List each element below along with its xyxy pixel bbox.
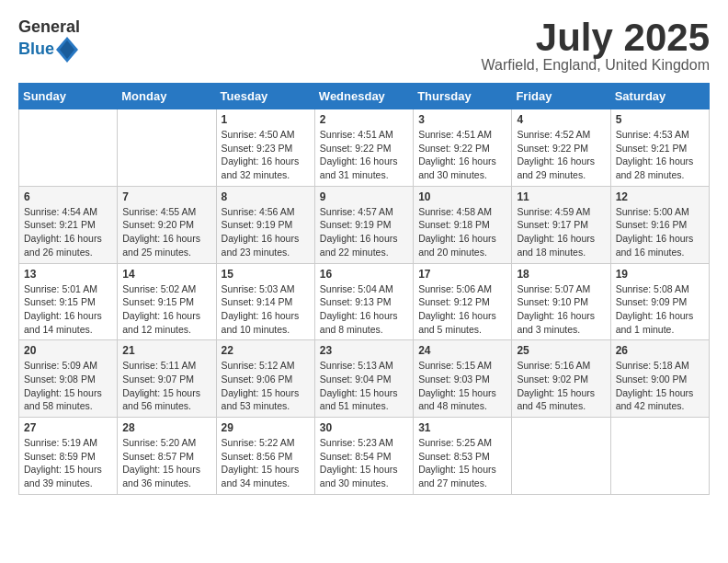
day-number: 19 xyxy=(616,268,704,281)
calendar-cell: 30Sunrise: 5:23 AM Sunset: 8:54 PM Dayli… xyxy=(314,418,413,495)
day-info: Sunrise: 5:20 AM Sunset: 8:57 PM Dayligh… xyxy=(122,436,210,490)
day-info: Sunrise: 5:18 AM Sunset: 9:00 PM Dayligh… xyxy=(616,359,704,413)
calendar-cell: 26Sunrise: 5:18 AM Sunset: 9:00 PM Dayli… xyxy=(610,340,709,418)
calendar-cell: 10Sunrise: 4:58 AM Sunset: 9:18 PM Dayli… xyxy=(414,186,512,263)
day-number: 9 xyxy=(320,190,408,203)
calendar-cell xyxy=(19,109,118,187)
logo-icon xyxy=(56,37,78,63)
day-info: Sunrise: 5:01 AM Sunset: 9:15 PM Dayligh… xyxy=(24,282,112,337)
day-info: Sunrise: 4:52 AM Sunset: 9:22 PM Dayligh… xyxy=(517,128,605,182)
day-number: 18 xyxy=(517,268,605,281)
day-info: Sunrise: 5:06 AM Sunset: 9:12 PM Dayligh… xyxy=(418,282,506,337)
day-number: 27 xyxy=(24,421,112,434)
weekday-header: Friday xyxy=(512,84,610,109)
day-number: 6 xyxy=(24,190,112,203)
page-header: General Blue July 2025 Warfield, England… xyxy=(18,18,710,74)
day-info: Sunrise: 5:04 AM Sunset: 9:13 PM Dayligh… xyxy=(320,282,408,337)
calendar-week-row: 6Sunrise: 4:54 AM Sunset: 9:21 PM Daylig… xyxy=(19,186,710,263)
day-info: Sunrise: 5:23 AM Sunset: 8:54 PM Dayligh… xyxy=(320,436,408,490)
calendar-cell: 18Sunrise: 5:07 AM Sunset: 9:10 PM Dayli… xyxy=(512,263,610,340)
day-number: 7 xyxy=(122,190,210,203)
day-number: 3 xyxy=(418,113,506,126)
day-info: Sunrise: 5:15 AM Sunset: 9:03 PM Dayligh… xyxy=(418,359,506,413)
calendar-week-row: 20Sunrise: 5:09 AM Sunset: 9:08 PM Dayli… xyxy=(19,340,710,418)
location-title: Warfield, England, United Kingdom xyxy=(482,57,710,74)
calendar-cell: 1Sunrise: 4:50 AM Sunset: 9:23 PM Daylig… xyxy=(216,109,314,187)
calendar-cell: 23Sunrise: 5:13 AM Sunset: 9:04 PM Dayli… xyxy=(314,340,413,418)
calendar-cell: 12Sunrise: 5:00 AM Sunset: 9:16 PM Dayli… xyxy=(610,186,709,263)
calendar-cell: 13Sunrise: 5:01 AM Sunset: 9:15 PM Dayli… xyxy=(19,263,118,340)
weekday-header: Thursday xyxy=(414,84,512,109)
weekday-header: Saturday xyxy=(610,84,709,109)
day-info: Sunrise: 4:55 AM Sunset: 9:20 PM Dayligh… xyxy=(122,205,210,259)
calendar-cell: 21Sunrise: 5:11 AM Sunset: 9:07 PM Dayli… xyxy=(118,340,216,418)
calendar-cell: 14Sunrise: 5:02 AM Sunset: 9:15 PM Dayli… xyxy=(118,263,216,340)
day-info: Sunrise: 5:22 AM Sunset: 8:56 PM Dayligh… xyxy=(222,436,310,490)
day-number: 28 xyxy=(122,421,210,434)
logo-general-text: General xyxy=(18,18,80,37)
calendar-cell: 31Sunrise: 5:25 AM Sunset: 8:53 PM Dayli… xyxy=(414,418,512,495)
calendar-cell: 16Sunrise: 5:04 AM Sunset: 9:13 PM Dayli… xyxy=(314,263,413,340)
day-info: Sunrise: 4:51 AM Sunset: 9:22 PM Dayligh… xyxy=(320,128,408,182)
day-number: 14 xyxy=(122,268,210,281)
calendar-cell: 2Sunrise: 4:51 AM Sunset: 9:22 PM Daylig… xyxy=(314,109,413,187)
day-number: 30 xyxy=(320,421,408,434)
month-title: July 2025 xyxy=(482,18,710,57)
calendar-cell: 29Sunrise: 5:22 AM Sunset: 8:56 PM Dayli… xyxy=(216,418,314,495)
day-number: 16 xyxy=(320,268,408,281)
day-number: 8 xyxy=(222,190,310,203)
title-section: July 2025 Warfield, England, United King… xyxy=(482,18,710,74)
calendar-cell: 7Sunrise: 4:55 AM Sunset: 9:20 PM Daylig… xyxy=(118,186,216,263)
logo: General Blue xyxy=(18,18,80,63)
day-number: 12 xyxy=(616,190,704,203)
day-info: Sunrise: 5:08 AM Sunset: 9:09 PM Dayligh… xyxy=(616,282,704,337)
weekday-header: Sunday xyxy=(19,84,118,109)
day-info: Sunrise: 4:50 AM Sunset: 9:23 PM Dayligh… xyxy=(222,128,310,182)
day-number: 22 xyxy=(222,344,310,357)
calendar-cell: 24Sunrise: 5:15 AM Sunset: 9:03 PM Dayli… xyxy=(414,340,512,418)
logo-blue-text: Blue xyxy=(18,40,54,59)
calendar-cell: 5Sunrise: 4:53 AM Sunset: 9:21 PM Daylig… xyxy=(610,109,709,187)
calendar-cell: 15Sunrise: 5:03 AM Sunset: 9:14 PM Dayli… xyxy=(216,263,314,340)
day-number: 29 xyxy=(222,421,310,434)
day-number: 20 xyxy=(24,344,112,357)
calendar-cell: 19Sunrise: 5:08 AM Sunset: 9:09 PM Dayli… xyxy=(610,263,709,340)
calendar-cell: 25Sunrise: 5:16 AM Sunset: 9:02 PM Dayli… xyxy=(512,340,610,418)
calendar-cell: 9Sunrise: 4:57 AM Sunset: 9:19 PM Daylig… xyxy=(314,186,413,263)
calendar-cell: 11Sunrise: 4:59 AM Sunset: 9:17 PM Dayli… xyxy=(512,186,610,263)
calendar-cell xyxy=(118,109,216,187)
calendar-header-row: SundayMondayTuesdayWednesdayThursdayFrid… xyxy=(19,84,710,109)
day-info: Sunrise: 5:19 AM Sunset: 8:59 PM Dayligh… xyxy=(24,436,112,490)
day-number: 24 xyxy=(418,344,506,357)
day-number: 13 xyxy=(24,268,112,281)
day-number: 31 xyxy=(418,421,506,434)
day-number: 25 xyxy=(517,344,605,357)
day-info: Sunrise: 5:09 AM Sunset: 9:08 PM Dayligh… xyxy=(24,359,112,413)
day-info: Sunrise: 5:11 AM Sunset: 9:07 PM Dayligh… xyxy=(122,359,210,413)
calendar-cell: 4Sunrise: 4:52 AM Sunset: 9:22 PM Daylig… xyxy=(512,109,610,187)
calendar-cell: 6Sunrise: 4:54 AM Sunset: 9:21 PM Daylig… xyxy=(19,186,118,263)
day-info: Sunrise: 4:59 AM Sunset: 9:17 PM Dayligh… xyxy=(517,205,605,259)
day-info: Sunrise: 5:12 AM Sunset: 9:06 PM Dayligh… xyxy=(222,359,310,413)
day-info: Sunrise: 5:02 AM Sunset: 9:15 PM Dayligh… xyxy=(122,282,210,337)
day-info: Sunrise: 5:07 AM Sunset: 9:10 PM Dayligh… xyxy=(517,282,605,337)
day-number: 5 xyxy=(616,113,704,126)
calendar-cell: 22Sunrise: 5:12 AM Sunset: 9:06 PM Dayli… xyxy=(216,340,314,418)
day-info: Sunrise: 4:51 AM Sunset: 9:22 PM Dayligh… xyxy=(418,128,506,182)
day-number: 4 xyxy=(517,113,605,126)
day-info: Sunrise: 4:54 AM Sunset: 9:21 PM Dayligh… xyxy=(24,205,112,259)
calendar-cell xyxy=(610,418,709,495)
day-number: 17 xyxy=(418,268,506,281)
calendar-cell: 28Sunrise: 5:20 AM Sunset: 8:57 PM Dayli… xyxy=(118,418,216,495)
calendar-table: SundayMondayTuesdayWednesdayThursdayFrid… xyxy=(18,83,710,495)
calendar-cell: 3Sunrise: 4:51 AM Sunset: 9:22 PM Daylig… xyxy=(414,109,512,187)
calendar-week-row: 13Sunrise: 5:01 AM Sunset: 9:15 PM Dayli… xyxy=(19,263,710,340)
calendar-week-row: 1Sunrise: 4:50 AM Sunset: 9:23 PM Daylig… xyxy=(19,109,710,187)
day-number: 1 xyxy=(222,113,310,126)
day-info: Sunrise: 5:25 AM Sunset: 8:53 PM Dayligh… xyxy=(418,436,506,490)
day-info: Sunrise: 4:53 AM Sunset: 9:21 PM Dayligh… xyxy=(616,128,704,182)
weekday-header: Wednesday xyxy=(314,84,413,109)
day-number: 10 xyxy=(418,190,506,203)
weekday-header: Monday xyxy=(118,84,216,109)
day-number: 23 xyxy=(320,344,408,357)
